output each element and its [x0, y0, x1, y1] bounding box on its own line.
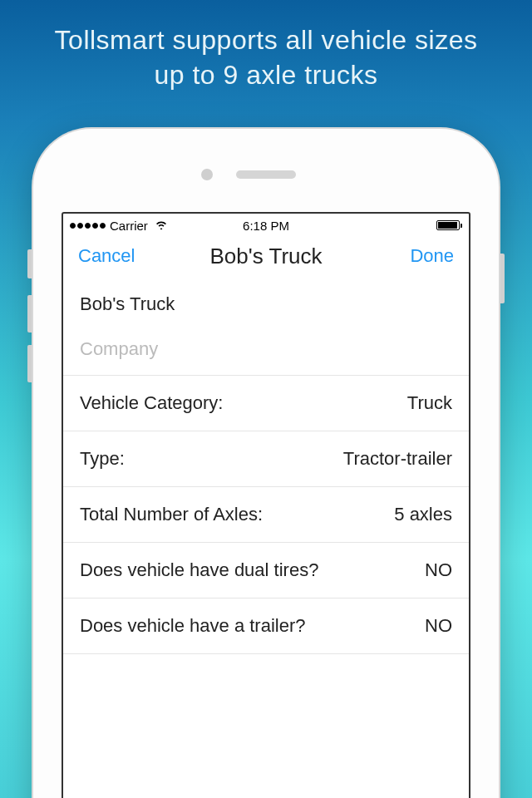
- status-time: 6:18 PM: [243, 219, 289, 233]
- row-trailer[interactable]: Does vehicle have a trailer? NO: [63, 598, 469, 654]
- phone-side-button: [27, 249, 32, 278]
- row-label: Does vehicle have dual tires?: [80, 559, 318, 581]
- row-value: Tractor-trailer: [343, 448, 452, 470]
- phone-side-button: [500, 254, 505, 303]
- wifi-icon: [155, 218, 168, 233]
- row-label: Does vehicle have a trailer?: [80, 615, 305, 637]
- phone-side-button: [27, 295, 32, 332]
- vehicle-name-value: Bob's Truck: [80, 293, 175, 314]
- row-type[interactable]: Type: Tractor-trailer: [63, 431, 469, 487]
- company-placeholder: Company: [80, 338, 158, 359]
- app-screen: Carrier 6:18 PM Cancel Bob's Truck Done …: [62, 212, 470, 798]
- phone-frame: Carrier 6:18 PM Cancel Bob's Truck Done …: [33, 129, 499, 798]
- promo-text: Tollsmart supports all vehicle sizes up …: [0, 0, 532, 101]
- phone-camera: [201, 169, 213, 180]
- row-dual-tires[interactable]: Does vehicle have dual tires? NO: [63, 543, 469, 598]
- phone-side-button: [27, 345, 32, 382]
- row-value: 5 axles: [394, 504, 452, 525]
- page-title: Bob's Truck: [209, 244, 322, 269]
- row-value: NO: [425, 615, 452, 637]
- signal-strength-icon: [70, 223, 106, 229]
- battery-icon: [436, 220, 462, 230]
- status-bar: Carrier 6:18 PM: [63, 214, 469, 235]
- phone-speaker: [236, 170, 296, 179]
- done-button[interactable]: Done: [410, 245, 454, 267]
- row-value: Truck: [407, 392, 452, 414]
- row-vehicle-category[interactable]: Vehicle Category: Truck: [63, 376, 469, 431]
- company-field[interactable]: Company: [63, 328, 469, 376]
- row-label: Vehicle Category:: [80, 392, 223, 414]
- row-axles[interactable]: Total Number of Axles: 5 axles: [63, 487, 469, 543]
- status-left: Carrier: [70, 218, 168, 233]
- carrier-label: Carrier: [110, 219, 148, 233]
- row-label: Type:: [80, 448, 125, 470]
- row-label: Total Number of Axles:: [80, 504, 263, 525]
- promo-line2: up to 9 axle trucks: [154, 60, 377, 90]
- nav-bar: Cancel Bob's Truck Done: [63, 235, 469, 280]
- cancel-button[interactable]: Cancel: [78, 245, 135, 267]
- vehicle-name-field[interactable]: Bob's Truck: [63, 280, 469, 328]
- promo-line1: Tollsmart supports all vehicle sizes: [55, 25, 478, 55]
- row-value: NO: [425, 559, 452, 581]
